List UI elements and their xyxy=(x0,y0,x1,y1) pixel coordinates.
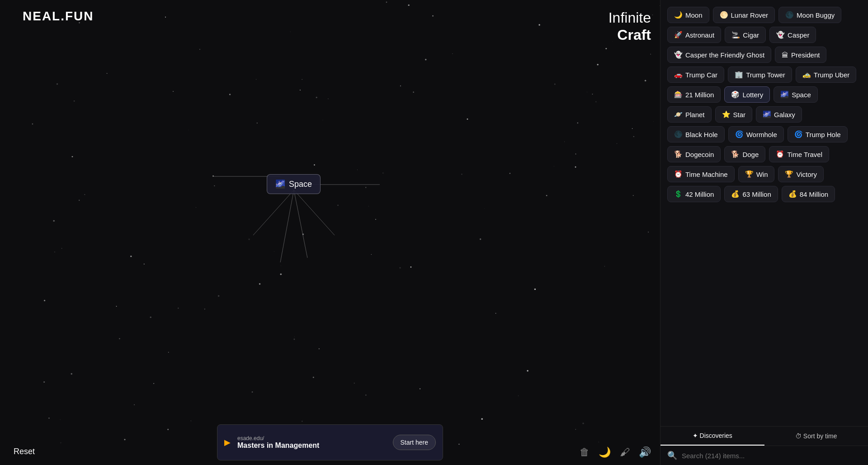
bottom-icons: 🗑 🌙 🖌 🔊 xyxy=(580,446,651,458)
item-chip[interactable]: 💰63 Million xyxy=(724,186,778,202)
discoveries-tab[interactable]: ✦ Discoveries xyxy=(660,427,764,446)
ad-text: esade.edu/ Masters in Management xyxy=(237,435,386,450)
item-emoji: 🐕 xyxy=(731,150,740,158)
item-emoji: 💰 xyxy=(788,190,797,198)
theme-toggle-button[interactable]: 🌙 xyxy=(599,446,611,458)
item-emoji: 🌀 xyxy=(735,130,744,138)
tab-bar: ✦ Discoveries ⏱ Sort by time xyxy=(660,427,868,446)
item-chip[interactable]: 💰84 Million xyxy=(782,186,835,202)
item-label: Astronaut xyxy=(685,31,714,39)
search-input[interactable] xyxy=(682,452,861,460)
item-chip[interactable]: 🌕Lunar Rover xyxy=(713,7,775,23)
item-label: Space xyxy=(792,91,811,99)
trash-button[interactable]: 🗑 xyxy=(580,446,590,458)
item-chip[interactable]: 🌑Moon Buggy xyxy=(778,7,841,23)
item-chip[interactable]: 👻Casper the Friendly Ghost xyxy=(667,47,771,63)
space-node-label: Space xyxy=(289,180,312,189)
item-chip[interactable]: 🌌Space xyxy=(774,86,818,103)
item-label: Trump Car xyxy=(685,71,717,79)
item-chip[interactable]: 🏆Win xyxy=(738,166,775,182)
ad-title: Masters in Management xyxy=(237,441,386,450)
item-chip[interactable]: 🎰21 Million xyxy=(667,86,721,103)
reset-button[interactable]: Reset xyxy=(14,447,35,456)
item-emoji: 🌌 xyxy=(763,110,771,119)
item-chip[interactable]: 👻Casper xyxy=(769,27,816,43)
svg-line-5 xyxy=(253,190,294,235)
item-chip[interactable]: 🚬Cigar xyxy=(725,27,766,43)
item-chip[interactable]: 🏢Trump Tower xyxy=(728,66,792,83)
item-label: Casper the Friendly Ghost xyxy=(685,51,764,59)
item-emoji: 🌑 xyxy=(785,11,794,19)
item-chip[interactable]: 🐕Doge xyxy=(724,146,765,162)
item-chip[interactable]: 🚗Trump Car xyxy=(667,66,724,83)
item-chip[interactable]: 🌙Moon xyxy=(667,7,709,23)
item-chip[interactable]: 🚀Astronaut xyxy=(667,27,721,43)
svg-line-3 xyxy=(294,190,307,258)
item-chip[interactable]: ⏰Time Travel xyxy=(769,146,829,162)
ad-banner: ▶ esade.edu/ Masters in Management Start… xyxy=(217,424,443,460)
game-title: Infinite Craft xyxy=(609,9,651,44)
item-emoji: 🚗 xyxy=(674,71,683,79)
sound-button[interactable]: 🔊 xyxy=(639,446,651,458)
item-label: Doge xyxy=(742,151,759,158)
item-chip[interactable]: 🎲Lottery xyxy=(724,86,770,103)
item-label: Planet xyxy=(685,111,705,119)
item-label: Trump Tower xyxy=(746,71,785,79)
item-label: 42 Million xyxy=(685,190,714,198)
item-label: Galaxy xyxy=(774,111,795,119)
sort-tab[interactable]: ⏱ Sort by time xyxy=(764,427,868,446)
space-node-emoji: 🌌 xyxy=(275,179,285,189)
item-emoji: 🐕 xyxy=(674,150,683,158)
item-label: Trump Uber xyxy=(814,71,849,79)
item-emoji: 🚬 xyxy=(731,31,740,39)
item-emoji: 🚕 xyxy=(802,71,811,79)
item-chip[interactable]: 🐕Dogecoin xyxy=(667,146,721,162)
item-emoji: 🏛 xyxy=(782,51,788,59)
item-chip[interactable]: 🪐Planet xyxy=(667,106,712,123)
item-label: Black Hole xyxy=(685,131,718,138)
item-chip[interactable]: 🌌Galaxy xyxy=(756,106,802,123)
svg-line-2 xyxy=(294,190,335,235)
item-label: Time Travel xyxy=(787,151,822,158)
item-chip[interactable]: 🌀Trump Hole xyxy=(788,126,848,142)
logo: NEAL.FUN xyxy=(23,9,94,24)
item-label: Dogecoin xyxy=(685,151,714,158)
connection-lines xyxy=(0,0,660,465)
item-chip[interactable]: 🏛President xyxy=(775,47,826,63)
ad-source: esade.edu/ xyxy=(237,435,386,441)
search-bar[interactable]: 🔍 xyxy=(660,446,868,465)
item-label: 21 Million xyxy=(685,91,714,99)
item-emoji: ⏰ xyxy=(776,150,784,158)
item-emoji: 🌕 xyxy=(720,11,728,19)
item-label: Moon Buggy xyxy=(797,11,835,19)
item-emoji: 🪐 xyxy=(674,110,683,119)
item-label: Lottery xyxy=(742,91,763,99)
item-chip[interactable]: 🌑Black Hole xyxy=(667,126,725,142)
item-chip[interactable]: ⏰Time Machine xyxy=(667,166,735,182)
item-emoji: ⏰ xyxy=(674,170,683,178)
item-label: Cigar xyxy=(743,31,759,39)
item-label: Wormhole xyxy=(746,131,777,138)
items-grid: 🌙Moon🌕Lunar Rover🌑Moon Buggy🚀Astronaut🚬C… xyxy=(660,0,868,426)
item-chip[interactable]: 🌀Wormhole xyxy=(728,126,784,142)
brush-button[interactable]: 🖌 xyxy=(620,446,630,458)
item-emoji: 🏆 xyxy=(785,170,793,178)
item-chip[interactable]: 🏆Victory xyxy=(778,166,824,182)
canvas-area[interactable]: NEAL.FUN Infinite Craft 🌌 Space Reset ▶ … xyxy=(0,0,660,465)
item-emoji: 🎲 xyxy=(731,90,740,99)
ad-arrow-icon: ▶ xyxy=(224,437,231,447)
search-icon: 🔍 xyxy=(667,451,677,460)
space-node[interactable]: 🌌 Space xyxy=(267,174,321,194)
item-emoji: 🌌 xyxy=(780,90,789,99)
item-chip[interactable]: 🚕Trump Uber xyxy=(796,66,856,83)
item-chip[interactable]: ⭐Star xyxy=(715,106,753,123)
sidebar: 🌙Moon🌕Lunar Rover🌑Moon Buggy🚀Astronaut🚬C… xyxy=(660,0,868,465)
item-chip[interactable]: 💲42 Million xyxy=(667,186,721,202)
item-label: Casper xyxy=(788,31,809,39)
item-label: Trump Hole xyxy=(806,131,841,138)
item-label: Win xyxy=(756,171,768,178)
ad-cta-button[interactable]: Start here xyxy=(393,435,436,450)
item-emoji: ⭐ xyxy=(722,110,731,119)
item-emoji: 🚀 xyxy=(674,31,683,39)
item-emoji: 💲 xyxy=(674,190,683,198)
